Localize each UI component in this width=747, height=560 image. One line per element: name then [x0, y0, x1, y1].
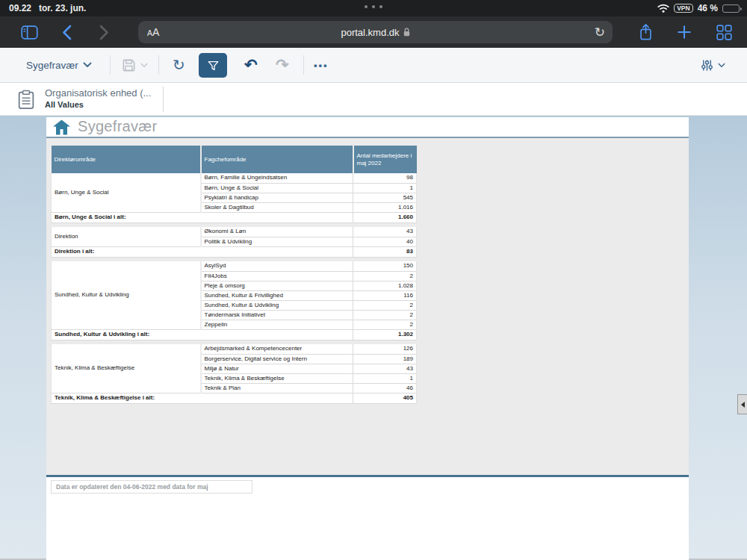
employee-count-cell: 2 [353, 271, 417, 281]
table-header-row: Direktørområde Fagchefområde Antal medar… [52, 146, 417, 173]
forward-button[interactable] [93, 16, 115, 48]
group-total-row: Sundhed, Kultur & Udvikling i alt:1.302 [52, 329, 417, 340]
home-icon[interactable] [52, 119, 71, 135]
sidebar-toggle-button[interactable] [16, 16, 42, 48]
filter-token[interactable]: Organisatorisk enhed (... All Values [45, 87, 151, 109]
group-total-row: Teknik, Klima & Beskæftigelse i alt:405 [52, 393, 417, 403]
report-viewport: Sygefravær Direktørområde Fagchefområde … [0, 116, 747, 560]
group-total-row: Direktion i alt:83 [52, 246, 417, 257]
employee-count-cell: 189 [353, 354, 417, 364]
lock-icon [403, 28, 410, 37]
department-cell: Fit4Jobs [201, 271, 353, 281]
department-cell: Teknik, Klima & Beskæftigelse [201, 373, 353, 383]
reader-view-button[interactable]: AA [147, 26, 159, 38]
toolbar-divider [158, 55, 159, 75]
employee-count-cell: 1.016 [353, 202, 417, 212]
toolbar-divider [110, 55, 111, 75]
department-cell: Politik & Udvikling [201, 237, 353, 246]
clipboard-icon [18, 90, 34, 110]
chevron-down-icon [83, 62, 92, 68]
column-header-antal[interactable]: Antal medarbejdere i maj 2022 [353, 146, 417, 173]
page-title: Sygefravær [78, 118, 157, 135]
department-cell: Sundhed, Kultur & Udvikling [201, 300, 353, 310]
toolbar-divider [303, 55, 304, 75]
funnel-icon [208, 60, 219, 71]
multitask-dots-icon [0, 5, 747, 8]
group-total-value: 1.302 [353, 329, 417, 340]
department-cell: Skoler & Dagtilbud [201, 202, 353, 212]
employee-count-cell: 2 [353, 320, 417, 329]
save-icon [122, 58, 136, 72]
department-cell: Borgerservice, Digital service og Intern [201, 354, 353, 364]
report-title-bar: Sygefravær [46, 117, 689, 137]
employee-count-cell: 116 [353, 290, 417, 300]
column-header-fagchefomrade[interactable]: Fagchefområde [201, 146, 353, 173]
group-name-cell: Teknik, Klima & Beskæftigelse [52, 344, 201, 393]
department-cell: Pleje & omsorg [201, 281, 353, 290]
department-cell: Zeppelin [201, 320, 353, 329]
table-row: Sundhed, Kultur & UdviklingAsylSyd150 [52, 261, 417, 271]
group-total-value: 1.660 [353, 212, 417, 223]
filter-bar: Organisatorisk enhed (... All Values [0, 83, 747, 116]
employee-count-cell: 126 [353, 344, 417, 354]
department-cell: AsylSyd [201, 261, 353, 271]
filter-button[interactable] [199, 53, 227, 78]
department-cell: Tøndermarsk Initiativet [201, 310, 353, 320]
new-tab-button[interactable] [672, 16, 696, 48]
more-options-button[interactable]: ••• [314, 48, 329, 82]
column-header-direktoromrade[interactable]: Direktørområde [52, 146, 201, 173]
group-name-cell: Direktion [52, 227, 201, 246]
sliders-icon [701, 59, 713, 72]
arrow-left-icon [738, 402, 745, 408]
employee-count-cell: 43 [353, 227, 417, 237]
url-text: portal.kmd.dk [341, 27, 399, 38]
group-name-cell: Sundhed, Kultur & Udvikling [52, 261, 201, 329]
department-cell: Teknik & Plan [201, 383, 353, 393]
vpn-badge: VPN [674, 4, 692, 13]
department-cell: Arbejdsmarked & Kompetencecenter [201, 344, 353, 354]
report-table: Direktørområde Fagchefområde Antal medar… [51, 146, 417, 404]
data-updated-note: Data er opdateret den 04-06-2022 med dat… [51, 480, 252, 494]
share-button[interactable] [633, 16, 657, 48]
undo-button[interactable]: ↶ [244, 48, 258, 82]
save-button[interactable] [122, 48, 148, 82]
department-cell: Sundhed, Kultur & Frivillighed [201, 290, 353, 300]
group-total-label: Teknik, Klima & Beskæftigelse i alt: [52, 393, 353, 403]
chevron-down-icon [140, 63, 148, 68]
group-total-label: Sundhed, Kultur & Udvikling i alt: [52, 329, 353, 340]
table-row: DirektionØkonomi & Løn43 [52, 227, 417, 237]
group-total-label: Børn, Unge & Social i alt: [52, 212, 353, 223]
employee-count-cell: 545 [353, 193, 417, 202]
employee-count-cell: 46 [353, 383, 417, 393]
filter-bar-divider [163, 87, 164, 112]
tabs-overview-button[interactable] [711, 16, 737, 48]
chevron-down-icon [718, 63, 725, 68]
ellipsis-icon: ••• [314, 60, 329, 71]
refresh-button[interactable]: ↻ [173, 48, 185, 82]
group-total-row: Børn, Unge & Social i alt:1.660 [52, 212, 417, 223]
battery-percent: 46 % [698, 3, 718, 13]
panel-collapse-handle[interactable] [737, 394, 747, 414]
report-page: Sygefravær Direktørområde Fagchefområde … [46, 117, 689, 560]
view-settings-button[interactable] [701, 48, 725, 82]
table-zone: Direktørområde Fagchefområde Antal medar… [46, 138, 689, 475]
employee-count-cell: 43 [353, 364, 417, 373]
reload-button[interactable]: ↻ [595, 26, 605, 39]
back-button[interactable] [55, 16, 78, 48]
report-selector[interactable]: Sygefravær [26, 48, 92, 82]
department-cell: Børn, Unge & Social [201, 183, 353, 193]
address-bar[interactable]: AA portal.kmd.dk ↻ [138, 21, 613, 43]
department-cell: Økonomi & Løn [201, 227, 353, 237]
employee-count-cell: 1 [353, 373, 417, 383]
department-cell: Miljø & Natur [201, 364, 353, 373]
ipad-screen: 09.22 tor. 23. jun. VPN 46 % [0, 0, 747, 560]
employee-count-cell: 98 [353, 173, 417, 183]
group-name-cell: Børn, Unge & Social [52, 173, 201, 212]
group-total-value: 405 [353, 393, 417, 403]
status-bar: 09.22 tor. 23. jun. VPN 46 % [0, 0, 747, 16]
employee-count-cell: 40 [353, 237, 417, 246]
redo-button[interactable]: ↷ [276, 48, 289, 82]
redo-icon: ↷ [276, 56, 289, 74]
group-total-value: 83 [353, 246, 417, 257]
filter-value: All Values [45, 100, 151, 109]
